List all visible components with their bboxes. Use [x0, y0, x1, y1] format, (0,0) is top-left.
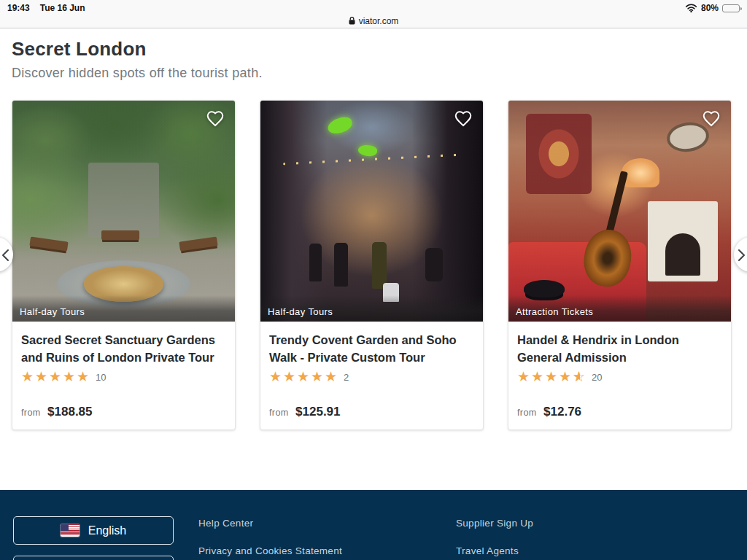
price-row: from $125.91 — [269, 405, 474, 419]
chevron-left-icon — [1, 249, 9, 262]
status-bar: 19:43 Tue 16 Jun 80% — [0, 0, 747, 15]
heart-icon — [206, 109, 225, 127]
photo-shape — [526, 114, 592, 194]
footer-link-supplier-signup[interactable]: Supplier Sign Up — [456, 518, 533, 529]
currency-selector-button[interactable] — [13, 556, 174, 560]
wishlist-heart-button[interactable] — [702, 106, 725, 130]
photo-shape — [88, 163, 160, 238]
star-rating: ★★★★★ — [269, 370, 338, 384]
tour-title[interactable]: Sacred Secret Sanctuary Gardens and Ruin… — [21, 331, 226, 366]
price: $12.76 — [543, 405, 581, 419]
tour-title[interactable]: Trendy Covent Garden and Soho Walk - Pri… — [269, 331, 474, 366]
photo-shape — [357, 143, 378, 157]
review-count: 2 — [344, 372, 349, 383]
tour-card[interactable]: Attraction Tickets Handel & Hendrix in L… — [508, 100, 732, 430]
card-image[interactable]: Attraction Tickets — [508, 101, 731, 322]
badge-label: Half-day Tours — [268, 306, 333, 317]
from-label: from — [21, 408, 41, 418]
category-badge: Half-day Tours — [12, 295, 235, 322]
card-body: Handel & Hendrix in London General Admis… — [508, 322, 731, 429]
lock-icon — [349, 17, 355, 25]
clock: 19:43 — [7, 3, 30, 13]
heart-icon — [454, 109, 473, 127]
rating-row: ★★★★★ 10 — [21, 370, 226, 384]
status-left: 19:43 Tue 16 Jun — [7, 3, 85, 13]
us-flag-icon — [61, 524, 80, 537]
main-content: Secret London Discover hidden spots off … — [0, 29, 747, 430]
rating-row: ★★★★★ 2 — [269, 370, 474, 384]
footer-links-column-1: Help Center Privacy and Cookies Statemen… — [198, 516, 342, 560]
photo-shape — [309, 244, 322, 281]
card-image[interactable]: Half-day Tours — [12, 101, 235, 322]
tour-card-carousel: Half-day Tours Sacred Secret Sanctuary G… — [0, 100, 747, 430]
star-rating: ★★★★★ — [21, 370, 90, 384]
footer-link-travel-agents[interactable]: Travel Agents — [456, 545, 519, 556]
url-text: viator.com — [359, 16, 399, 26]
wifi-icon — [685, 4, 697, 12]
card-image[interactable]: Half-day Tours — [260, 101, 483, 322]
photo-shape — [372, 242, 387, 289]
status-right: 80% — [685, 3, 740, 13]
star-rating: ★★★★☆★ — [517, 370, 587, 384]
card-body: Trendy Covent Garden and Soho Walk - Pri… — [260, 322, 483, 429]
price: $125.91 — [295, 405, 340, 419]
review-count: 20 — [592, 372, 602, 383]
from-label: from — [517, 408, 537, 418]
ipad-screen: 19:43 Tue 16 Jun 80% — [0, 0, 747, 560]
chevron-right-icon — [738, 249, 746, 262]
card-body: Sacred Secret Sanctuary Gardens and Ruin… — [12, 322, 235, 429]
page-subtitle: Discover hidden spots off the tourist pa… — [12, 66, 747, 81]
footer-link-help-center[interactable]: Help Center — [198, 518, 253, 529]
photo-shape — [101, 230, 139, 240]
language-label: English — [88, 524, 126, 537]
photo-shape — [30, 236, 69, 251]
browser-url-bar[interactable]: viator.com — [0, 15, 747, 27]
battery-percent: 80% — [701, 3, 719, 13]
status-date: Tue 16 Jun — [40, 3, 85, 13]
wishlist-heart-button[interactable] — [454, 106, 477, 130]
review-count: 10 — [96, 372, 106, 383]
tour-card[interactable]: Half-day Tours Trendy Covent Garden and … — [260, 100, 484, 430]
badge-label: Half-day Tours — [20, 306, 85, 317]
price-row: from $188.85 — [21, 405, 226, 419]
rating-row: ★★★★☆★ 20 — [517, 370, 722, 384]
photo-shape — [648, 201, 718, 281]
photo-shape — [179, 236, 217, 251]
page-title: Secret London — [12, 38, 747, 61]
footer-link-privacy[interactable]: Privacy and Cookies Statement — [198, 545, 342, 556]
tour-title[interactable]: Handel & Hendrix in London General Admis… — [517, 331, 722, 366]
category-badge: Half-day Tours — [260, 295, 483, 322]
battery-icon — [722, 4, 740, 12]
heart-icon — [702, 109, 721, 127]
from-label: from — [269, 408, 289, 418]
wishlist-heart-button[interactable] — [206, 106, 229, 130]
site-footer: English Help Center Privacy and Cookies … — [0, 490, 747, 560]
tour-card[interactable]: Half-day Tours Sacred Secret Sanctuary G… — [12, 100, 236, 430]
footer-links-column-2: Supplier Sign Up Travel Agents — [456, 516, 533, 560]
photo-shape — [326, 115, 354, 136]
price-row: from $12.76 — [517, 405, 722, 419]
badge-label: Attraction Tickets — [516, 306, 593, 317]
photo-shape — [334, 243, 348, 287]
category-badge: Attraction Tickets — [508, 295, 731, 322]
photo-shape — [425, 248, 443, 281]
language-selector-button[interactable]: English — [13, 516, 174, 545]
price: $188.85 — [47, 405, 92, 419]
top-bar: 19:43 Tue 16 Jun 80% — [0, 0, 747, 28]
photo-shape — [605, 171, 628, 238]
